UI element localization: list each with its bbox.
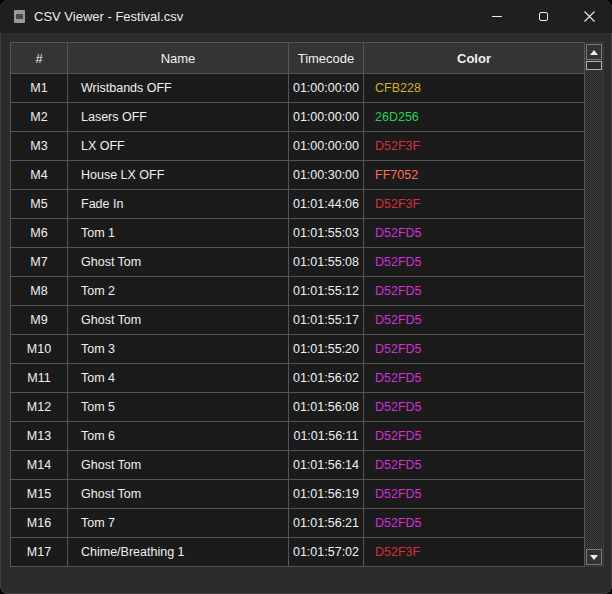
cell-timecode: 01:00:00:00 bbox=[289, 103, 364, 132]
table-row[interactable]: M13 Tom 6 01:01:56:11 D52FD5 bbox=[11, 422, 585, 451]
cell-name: Ghost Tom bbox=[68, 451, 289, 480]
table-row[interactable]: M14 Ghost Tom 01:01:56:14 D52FD5 bbox=[11, 451, 585, 480]
table-row[interactable]: M9 Ghost Tom 01:01:55:17 D52FD5 bbox=[11, 306, 585, 335]
cell-color: D52FD5 bbox=[364, 335, 585, 364]
cell-cue-id: M3 bbox=[11, 132, 68, 161]
column-header-timecode[interactable]: Timecode bbox=[289, 43, 364, 74]
table-row[interactable]: M4 House LX OFF 01:00:30:00 FF7052 bbox=[11, 161, 585, 190]
cell-timecode: 01:01:55:20 bbox=[289, 335, 364, 364]
scroll-up-button[interactable] bbox=[586, 44, 602, 60]
csv-grid: # Name Timecode Color M1 Wristbands OFF … bbox=[10, 42, 604, 567]
table-row[interactable]: M7 Ghost Tom 01:01:55:08 D52FD5 bbox=[11, 248, 585, 277]
cell-color: FF7052 bbox=[364, 161, 585, 190]
cell-name: Fade In bbox=[68, 190, 289, 219]
table-row[interactable]: M6 Tom 1 01:01:55:03 D52FD5 bbox=[11, 219, 585, 248]
cell-timecode: 01:01:44:06 bbox=[289, 190, 364, 219]
cell-cue-id: M7 bbox=[11, 248, 68, 277]
cell-name: Tom 3 bbox=[68, 335, 289, 364]
cell-cue-id: M16 bbox=[11, 509, 68, 538]
cell-timecode: 01:00:00:00 bbox=[289, 132, 364, 161]
table-row[interactable]: M17 Chime/Breathing 1 01:01:57:02 D52F3F bbox=[11, 538, 585, 567]
close-button[interactable] bbox=[566, 0, 612, 33]
scrollbar-track[interactable] bbox=[585, 71, 603, 548]
cell-color: D52FD5 bbox=[364, 364, 585, 393]
cell-color: D52FD5 bbox=[364, 480, 585, 509]
cell-cue-id: M6 bbox=[11, 219, 68, 248]
cell-timecode: 01:01:56:11 bbox=[289, 422, 364, 451]
csv-table: # Name Timecode Color M1 Wristbands OFF … bbox=[10, 42, 585, 567]
table-row[interactable]: M3 LX OFF 01:00:00:00 D52F3F bbox=[11, 132, 585, 161]
cell-color: D52FD5 bbox=[364, 248, 585, 277]
cell-timecode: 01:01:56:08 bbox=[289, 393, 364, 422]
minimize-button[interactable] bbox=[474, 0, 520, 33]
cell-timecode: 01:01:56:14 bbox=[289, 451, 364, 480]
cell-color: D52FD5 bbox=[364, 306, 585, 335]
table-row[interactable]: M10 Tom 3 01:01:55:20 D52FD5 bbox=[11, 335, 585, 364]
table-row[interactable]: M12 Tom 5 01:01:56:08 D52FD5 bbox=[11, 393, 585, 422]
cell-cue-id: M4 bbox=[11, 161, 68, 190]
csv-viewer-window: CSV Viewer - Festival.csv # bbox=[0, 0, 612, 594]
cell-name: Tom 1 bbox=[68, 219, 289, 248]
cell-timecode: 01:01:56:02 bbox=[289, 364, 364, 393]
window-title: CSV Viewer - Festival.csv bbox=[34, 9, 183, 24]
cell-color: D52F3F bbox=[364, 190, 585, 219]
cell-name: Chime/Breathing 1 bbox=[68, 538, 289, 567]
cell-name: Lasers OFF bbox=[68, 103, 289, 132]
scrollbar-thumb[interactable] bbox=[586, 61, 602, 70]
maximize-button[interactable] bbox=[520, 0, 566, 33]
cell-color: D52F3F bbox=[364, 538, 585, 567]
table-row[interactable]: M8 Tom 2 01:01:55:12 D52FD5 bbox=[11, 277, 585, 306]
window-controls bbox=[474, 0, 612, 33]
cell-color: D52FD5 bbox=[364, 219, 585, 248]
cell-cue-id: M14 bbox=[11, 451, 68, 480]
cell-timecode: 01:01:56:19 bbox=[289, 480, 364, 509]
cell-cue-id: M17 bbox=[11, 538, 68, 567]
table-row[interactable]: M16 Tom 7 01:01:56:21 D52FD5 bbox=[11, 509, 585, 538]
cell-color: D52FD5 bbox=[364, 393, 585, 422]
cell-color: D52F3F bbox=[364, 132, 585, 161]
cell-cue-id: M15 bbox=[11, 480, 68, 509]
maximize-icon bbox=[539, 12, 548, 21]
table-row[interactable]: M5 Fade In 01:01:44:06 D52F3F bbox=[11, 190, 585, 219]
cell-color: D52FD5 bbox=[364, 277, 585, 306]
titlebar[interactable]: CSV Viewer - Festival.csv bbox=[0, 0, 612, 33]
column-header-name[interactable]: Name bbox=[68, 43, 289, 74]
cell-name: Tom 5 bbox=[68, 393, 289, 422]
cell-timecode: 01:01:55:12 bbox=[289, 277, 364, 306]
document-icon bbox=[14, 10, 25, 23]
cell-cue-id: M2 bbox=[11, 103, 68, 132]
cell-name: House LX OFF bbox=[68, 161, 289, 190]
cell-color: D52FD5 bbox=[364, 422, 585, 451]
cell-cue-id: M8 bbox=[11, 277, 68, 306]
cell-color: 26D256 bbox=[364, 103, 585, 132]
cell-cue-id: M13 bbox=[11, 422, 68, 451]
cell-timecode: 01:00:00:00 bbox=[289, 74, 364, 103]
column-header-color[interactable]: Color bbox=[364, 43, 585, 74]
cell-cue-id: M9 bbox=[11, 306, 68, 335]
minimize-icon bbox=[492, 16, 502, 17]
cell-cue-id: M5 bbox=[11, 190, 68, 219]
cell-name: Tom 2 bbox=[68, 277, 289, 306]
table-row[interactable]: M15 Ghost Tom 01:01:56:19 D52FD5 bbox=[11, 480, 585, 509]
cell-timecode: 01:01:55:08 bbox=[289, 248, 364, 277]
cell-name: LX OFF bbox=[68, 132, 289, 161]
cell-timecode: 01:00:30:00 bbox=[289, 161, 364, 190]
cell-cue-id: M12 bbox=[11, 393, 68, 422]
scroll-down-button[interactable] bbox=[586, 549, 602, 565]
scroll-down-arrow-icon bbox=[590, 555, 598, 560]
cell-color: CFB228 bbox=[364, 74, 585, 103]
vertical-scrollbar[interactable] bbox=[585, 42, 604, 567]
cell-name: Tom 7 bbox=[68, 509, 289, 538]
cell-name: Ghost Tom bbox=[68, 306, 289, 335]
cell-cue-id: M10 bbox=[11, 335, 68, 364]
cell-cue-id: M1 bbox=[11, 74, 68, 103]
column-header-number[interactable]: # bbox=[11, 43, 68, 74]
table-row[interactable]: M1 Wristbands OFF 01:00:00:00 CFB228 bbox=[11, 74, 585, 103]
cell-timecode: 01:01:55:03 bbox=[289, 219, 364, 248]
cell-color: D52FD5 bbox=[364, 451, 585, 480]
table-row[interactable]: M2 Lasers OFF 01:00:00:00 26D256 bbox=[11, 103, 585, 132]
cell-name: Tom 6 bbox=[68, 422, 289, 451]
cell-name: Ghost Tom bbox=[68, 248, 289, 277]
table-row[interactable]: M11 Tom 4 01:01:56:02 D52FD5 bbox=[11, 364, 585, 393]
cell-name: Ghost Tom bbox=[68, 480, 289, 509]
